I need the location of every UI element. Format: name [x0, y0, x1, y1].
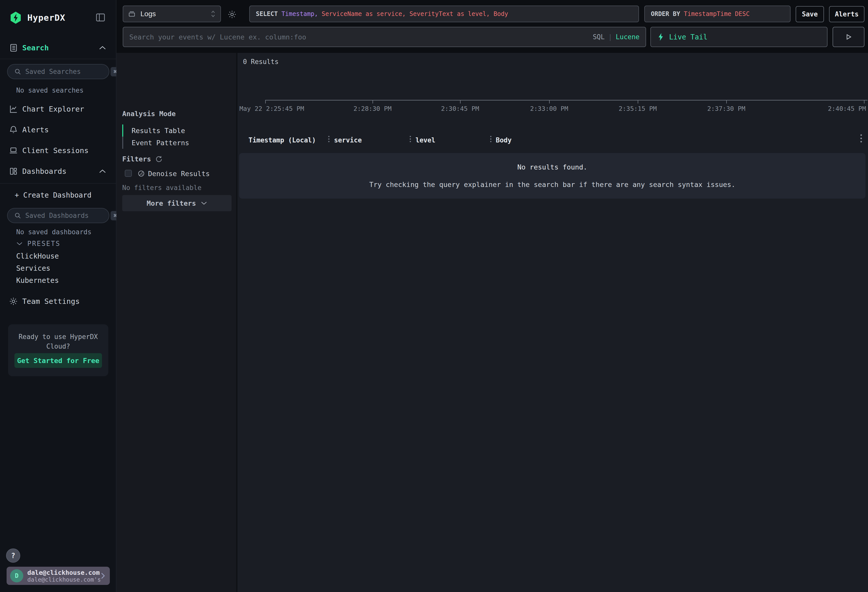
cloud-promo-line1: Ready to use HyperDX: [8, 333, 108, 341]
magnifier-icon: [14, 212, 21, 219]
event-search-input[interactable]: [129, 33, 593, 41]
chevron-down-icon: [16, 242, 23, 246]
sidebar-item-label: Team Settings: [22, 297, 80, 306]
sql-keyword: ORDER BY: [651, 10, 684, 18]
refresh-icon[interactable]: [155, 155, 163, 163]
sidebar: HyperDX Search: [0, 0, 117, 592]
dashboard-grid-icon: [9, 167, 18, 176]
preset-clickhouse[interactable]: ClickHouse: [16, 252, 59, 260]
saved-searches-input[interactable]: [25, 68, 111, 75]
hyperdx-app: HyperDX Search: [0, 0, 868, 592]
mode-rail-active: [122, 124, 123, 137]
more-filters-button[interactable]: More filters: [122, 195, 232, 211]
source-selector[interactable]: Logs: [123, 6, 221, 22]
sidebar-item-label: Chart Explorer: [22, 105, 84, 113]
language-toggle-separator: |: [608, 33, 612, 41]
column-header-body[interactable]: Body: [496, 136, 512, 144]
help-button[interactable]: ?: [6, 548, 20, 562]
filters-label: Filters: [122, 155, 151, 163]
mode-results-table[interactable]: Results Table: [131, 127, 185, 134]
axis-tick: [726, 100, 727, 103]
order-by-input[interactable]: ORDER BY TimestampTime DESC: [644, 6, 791, 22]
chevron-up-icon: [99, 46, 106, 50]
no-filters-note: No filters available: [122, 184, 201, 192]
source-settings-gear-icon[interactable]: [227, 10, 237, 19]
axis-tick-label: 2:28:30 PM: [354, 105, 392, 112]
axis-tick-label: May 22 2:25:45 PM: [239, 105, 304, 112]
save-button[interactable]: Save: [796, 6, 824, 22]
mode-event-patterns[interactable]: Event Patterns: [131, 139, 189, 147]
magnifier-icon: [14, 68, 21, 75]
alerts-button[interactable]: Alerts: [829, 6, 865, 22]
sidebar-item-label: Alerts: [22, 125, 49, 134]
gear-icon: [9, 297, 18, 306]
axis-tick-label: 2:35:15 PM: [619, 105, 657, 112]
axis-tick-label: 2:37:30 PM: [707, 105, 745, 112]
bell-icon: [9, 125, 18, 134]
sidebar-item-client-sessions[interactable]: Client Sessions: [0, 143, 117, 158]
sidebar-item-chart-explorer[interactable]: Chart Explorer: [0, 101, 117, 117]
denoise-icon: [137, 170, 145, 177]
run-query-button[interactable]: [833, 27, 865, 47]
axis-tick-label: 2:40:45 PM: [828, 105, 866, 112]
results-count: 0 Results: [243, 58, 279, 65]
play-icon: [845, 33, 852, 41]
column-resize-handle[interactable]: [328, 136, 329, 142]
language-toggle-lucene[interactable]: Lucene: [616, 33, 639, 41]
empty-state-hint: Try checking the query explainer in the …: [239, 181, 865, 189]
sql-token: Timestamp,: [281, 10, 322, 18]
chevron-right-icon: [100, 572, 105, 580]
column-header-timestamp[interactable]: Timestamp (Local): [248, 136, 316, 144]
empty-state: No results found. Try checking the query…: [239, 153, 865, 199]
analysis-mode-label: Analysis Mode: [122, 110, 176, 118]
order-by-text: ORDER BY TimestampTime DESC: [651, 10, 750, 18]
mode-selection-rail: [122, 124, 123, 149]
mode-rail-inactive: [122, 137, 123, 149]
column-header-level[interactable]: level: [416, 136, 435, 144]
get-started-button[interactable]: Get Started for Free: [15, 353, 102, 368]
preset-services[interactable]: Services: [16, 264, 50, 273]
avatar: D: [10, 569, 23, 582]
sidebar-item-team-settings[interactable]: Team Settings: [0, 294, 117, 309]
sql-token: SeverityText as level,: [409, 10, 493, 18]
sidebar-divider: [0, 59, 116, 59]
live-tail-button[interactable]: Live Tail: [650, 27, 828, 47]
logs-source-icon: [128, 10, 136, 18]
axis-tick-label: 2:30:45 PM: [441, 105, 479, 112]
axis-tick: [638, 100, 638, 103]
sidebar-item-label: Dashboards: [22, 167, 66, 176]
language-toggle-sql[interactable]: SQL: [593, 33, 605, 41]
column-resize-handle[interactable]: [490, 136, 492, 142]
presets-toggle[interactable]: PRESETS: [0, 237, 117, 250]
user-menu[interactable]: D dale@clickhouse.com dale@clickhouse.co…: [7, 567, 110, 585]
chevron-down-icon: [201, 201, 207, 205]
selector-chevrons-icon: [210, 10, 216, 18]
time-axis: [265, 100, 868, 100]
column-resize-handle[interactable]: [410, 136, 411, 142]
axis-tick: [460, 100, 461, 103]
preset-kubernetes[interactable]: Kubernetes: [16, 276, 59, 285]
sidebar-collapse-icon[interactable]: [95, 12, 106, 23]
saved-dashboards-input[interactable]: [25, 212, 111, 219]
create-dashboard-button[interactable]: + Create Dashboard: [0, 187, 117, 203]
chevron-up-icon: [99, 169, 106, 174]
live-tail-label: Live Tail: [669, 33, 707, 41]
event-search-bar: SQL | Lucene: [123, 27, 646, 47]
denoise-checkbox[interactable]: [125, 170, 132, 177]
sidebar-item-dashboards[interactable]: Dashboards: [0, 164, 117, 179]
presets-label: PRESETS: [27, 240, 61, 247]
create-dashboard-label: + Create Dashboard: [15, 191, 92, 199]
sidebar-item-alerts[interactable]: Alerts: [0, 122, 117, 137]
axis-tick: [864, 100, 865, 103]
sidebar-item-search[interactable]: Search: [0, 40, 117, 56]
brand-name: HyperDX: [27, 13, 65, 23]
table-options-kebab-icon[interactable]: [861, 134, 862, 142]
saved-searches-search[interactable]: ⌘ K: [7, 64, 109, 79]
saved-dashboards-search[interactable]: ⌘ K: [7, 208, 109, 223]
column-header-service[interactable]: service: [334, 136, 362, 144]
sidebar-item-label: Search: [22, 44, 49, 52]
sql-token: TimestampTime DESC: [684, 10, 750, 18]
filters-panel: Analysis Mode Results Table Event Patter…: [117, 53, 237, 592]
select-clause-input[interactable]: SELECT Timestamp, ServiceName as service…: [249, 6, 639, 22]
axis-tick: [265, 100, 266, 103]
